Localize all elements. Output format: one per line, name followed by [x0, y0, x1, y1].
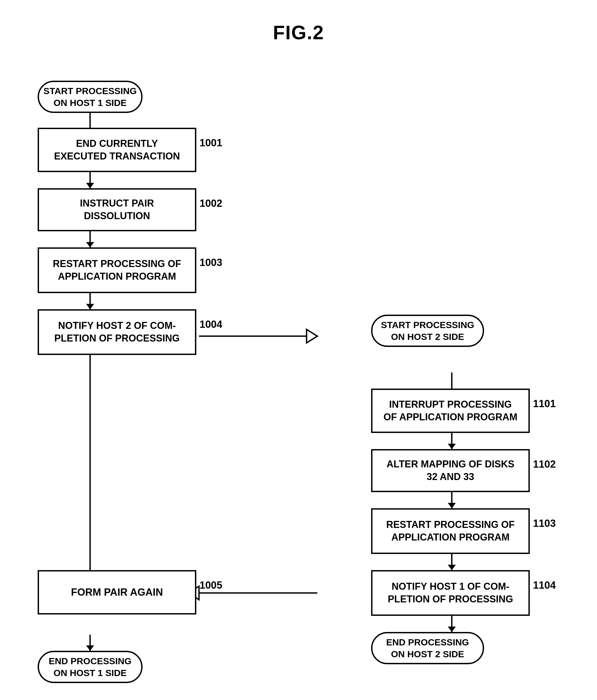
- start-host1: START PROCESSINGON HOST 1 SIDE: [38, 81, 143, 113]
- label-1002: 1002: [200, 198, 222, 209]
- label-1102: 1102: [533, 458, 556, 470]
- svg-marker-4: [86, 242, 94, 247]
- step-1005: FORM PAIR AGAIN: [38, 570, 196, 615]
- svg-marker-11: [448, 444, 456, 449]
- label-1003: 1003: [200, 257, 222, 268]
- step-1103: RESTART PROCESSING OFAPPLICATION PROGRAM: [371, 508, 530, 554]
- svg-marker-15: [448, 565, 456, 570]
- end-host1: END PROCESSINGON HOST 1 SIDE: [38, 651, 143, 683]
- label-1005: 1005: [200, 579, 222, 591]
- svg-marker-13: [448, 503, 456, 508]
- step-1001: END CURRENTLYEXECUTED TRANSACTION: [38, 128, 196, 172]
- start-host2: START PROCESSINGON HOST 2 SIDE: [371, 315, 484, 347]
- figure-title: FIG.2: [0, 0, 597, 44]
- label-1101: 1101: [533, 398, 556, 409]
- svg-marker-2: [86, 183, 94, 188]
- step-1003: RESTART PROCESSING OFAPPLICATION PROGRAM: [38, 247, 196, 293]
- step-1002: INSTRUCT PAIRDISSOLUTION: [38, 188, 196, 231]
- svg-marker-6: [86, 304, 94, 309]
- step-1004: NOTIFY HOST 2 OF COM-PLETION OF PROCESSI…: [38, 309, 196, 355]
- svg-marker-8: [306, 329, 317, 343]
- label-1103: 1103: [533, 518, 556, 529]
- diagram-container: START PROCESSINGON HOST 1 SIDE END CURRE…: [22, 59, 575, 691]
- step-1101: INTERRUPT PROCESSINGOF APPLICATION PROGR…: [371, 389, 530, 433]
- end-host2: END PROCESSINGON HOST 2 SIDE: [371, 632, 484, 664]
- svg-marker-23: [86, 645, 94, 651]
- label-1004: 1004: [200, 319, 222, 330]
- svg-marker-17: [448, 627, 456, 632]
- label-1001: 1001: [200, 137, 222, 149]
- step-1104: NOTIFY HOST 1 OF COM-PLETION OF PROCESSI…: [371, 570, 530, 616]
- step-1102: ALTER MAPPING OF DISKS32 AND 33: [371, 449, 530, 492]
- label-1104: 1104: [533, 579, 556, 591]
